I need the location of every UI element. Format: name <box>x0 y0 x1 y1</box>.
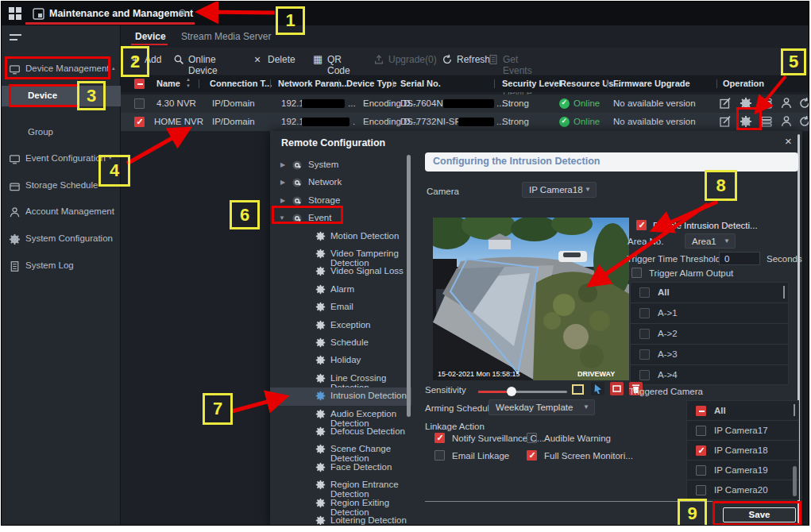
triggered-camera-row[interactable]: IP Camera17 <box>687 421 798 441</box>
triggered-camera-row[interactable]: IP Camera20 <box>687 480 798 499</box>
active-module-tab[interactable]: Maintenance and Management <box>49 8 193 19</box>
highlight-box-event <box>272 206 343 224</box>
tree-item-scene-change[interactable]: Scene Change Detection <box>270 441 409 458</box>
fullscreen-monitoring-checkbox[interactable] <box>527 450 537 461</box>
list-scroll-nub <box>783 286 785 299</box>
dialog-close-icon[interactable]: × <box>785 134 792 148</box>
alarm-output-row[interactable]: A->1 <box>631 303 788 324</box>
tree-item-alarm[interactable]: Alarm <box>270 281 409 299</box>
user-icon[interactable] <box>780 115 793 128</box>
storage-icon[interactable] <box>760 115 773 128</box>
refresh-icon[interactable] <box>798 115 809 128</box>
threshold-label: Trigger Time Threshold <box>627 254 720 264</box>
col-firmware: Firmware Upgrade <box>613 79 690 88</box>
edit-device-icon[interactable] <box>719 97 732 110</box>
col-operation: Operation <box>723 79 764 88</box>
clear-region-icon[interactable] <box>610 382 624 395</box>
app-logo-icon[interactable] <box>9 7 22 21</box>
tree-item-loitering[interactable]: Loitering Detection <box>270 512 409 526</box>
cursor-select-icon[interactable] <box>591 382 604 395</box>
col-resource: Resource Us... <box>560 79 620 88</box>
callout-5: 5 <box>781 48 806 75</box>
gear-icon <box>315 498 326 508</box>
tree-item-email[interactable]: Email <box>270 299 409 316</box>
list-scrollbar[interactable] <box>793 466 797 496</box>
email-linkage-label: Email Linkage <box>452 451 509 461</box>
gear-icon <box>315 444 326 454</box>
gear-icon <box>315 426 326 437</box>
sidebar-item-group[interactable]: Group <box>2 122 121 143</box>
threshold-unit: Seconds <box>767 254 802 264</box>
tab-close-icon[interactable]: ⊗ <box>178 6 187 18</box>
network-category-icon <box>292 177 303 188</box>
sidebar-item-system-configuration[interactable]: System Configuration <box>2 229 121 249</box>
tree-item-face-detection[interactable]: Face Detection <box>270 459 409 476</box>
tree-item-video-tampering[interactable]: Video Tampering Detection <box>270 245 409 263</box>
collapse-menu-icon[interactable] <box>10 33 21 43</box>
sidebar-item-system-log[interactable]: System Log <box>2 256 121 276</box>
tree-item-intrusion-detection[interactable]: Intrusion Detection <box>270 387 411 405</box>
notify-surveillance-checkbox[interactable] <box>434 433 445 443</box>
highlight-box-device-management <box>5 56 110 79</box>
table-row[interactable]: HOME NVR IP/Domain 192.1 . Encoding D...… <box>121 113 809 131</box>
callout-6: 6 <box>230 200 260 229</box>
toolbar: + Add Online Device × Delete ▦ QR Code U… <box>121 48 809 75</box>
sort-icons[interactable]: ▲▼ <box>186 76 191 89</box>
online-status-icon <box>559 117 570 127</box>
gear-icon <box>315 373 326 384</box>
tab-device[interactable]: Device <box>135 31 166 42</box>
video-camera-name: DRIVEWAY <box>577 370 615 378</box>
sidebar-item-account-management[interactable]: Account Management <box>2 202 121 222</box>
tree-item-motion-detection[interactable]: Motion Detection <box>270 228 409 245</box>
threshold-input[interactable]: 0 <box>719 252 760 265</box>
tree-item-defocus[interactable]: Defocus Detection <box>270 423 409 441</box>
trigger-alarm-checkbox[interactable] <box>631 268 642 278</box>
sensitivity-slider-handle[interactable] <box>507 387 516 396</box>
tree-item-system[interactable]: ▶ System <box>270 156 409 174</box>
tab-stream-media-server[interactable]: Stream Media Server <box>181 31 271 42</box>
alarm-all-checkbox[interactable] <box>639 287 650 298</box>
email-linkage-checkbox[interactable] <box>434 450 445 461</box>
alarm-output-row[interactable]: A->3 <box>631 345 788 365</box>
alarm-output-row[interactable]: All <box>631 283 788 303</box>
row-checkbox[interactable] <box>134 98 145 109</box>
camera-dropdown[interactable]: IP Camera18▼ <box>522 182 597 198</box>
row-checkbox[interactable] <box>134 117 145 127</box>
triggered-camera-row[interactable]: IP Camera18 <box>687 441 798 461</box>
tree-item-schedule[interactable]: Schedule <box>270 334 409 352</box>
table-row[interactable]: 4.30 NVR IP/Domain 192.1 ... Encoding D.… <box>121 94 809 113</box>
alarm-output-row[interactable]: A->2 <box>631 324 788 345</box>
arming-schedule-dropdown[interactable]: Weekday Template▼ <box>489 399 595 415</box>
highlight-box-device <box>9 84 79 107</box>
edit-device-icon[interactable] <box>719 115 732 128</box>
tree-item-network[interactable]: ▶ Network <box>270 174 409 191</box>
gear-icon <box>315 302 326 312</box>
tree-scrollbar[interactable] <box>407 155 411 417</box>
audible-warning-checkbox[interactable] <box>527 433 537 443</box>
alarm-output-row[interactable]: A->4 <box>631 365 788 385</box>
tree-item-audio-exception[interactable]: Audio Exception Detection <box>270 406 409 423</box>
select-all-checkbox[interactable] <box>134 79 145 89</box>
tree-item-video-signal-loss[interactable]: Video Signal Loss <box>270 263 409 280</box>
gear-icon <box>315 409 326 419</box>
draw-area-icon[interactable] <box>571 383 585 396</box>
tree-item-region-entrance[interactable]: Region Entrance Detection <box>270 476 409 494</box>
tree-item-line-crossing[interactable]: Line Crossing Detection <box>270 370 409 387</box>
refresh-icon[interactable] <box>798 97 809 110</box>
triggered-camera-row[interactable]: IP Camera19 <box>687 461 798 480</box>
enable-intrusion-checkbox[interactable] <box>636 220 647 230</box>
storage-icon[interactable] <box>760 97 773 110</box>
gear-icon <box>315 480 326 490</box>
callout-8: 8 <box>705 170 737 201</box>
tree-item-holiday[interactable]: Holiday <box>270 352 409 369</box>
tree-item-region-exiting[interactable]: Region Exiting Detection <box>270 495 409 512</box>
x-icon: × <box>254 53 261 66</box>
triggered-all-checkbox[interactable] <box>696 406 706 416</box>
video-preview[interactable]: 15-02-2021 Mon 15:58:15 DRIVEWAY <box>433 218 629 380</box>
triggered-camera-row[interactable]: All <box>687 401 798 421</box>
tree-item-exception[interactable]: Exception <box>270 317 409 334</box>
enable-intrusion-label: Enable Intrusion Detecti... <box>653 221 758 230</box>
callout-2: 2 <box>121 46 149 77</box>
area-dropdown[interactable]: Area1▼ <box>685 233 736 249</box>
user-icon[interactable] <box>780 97 793 110</box>
